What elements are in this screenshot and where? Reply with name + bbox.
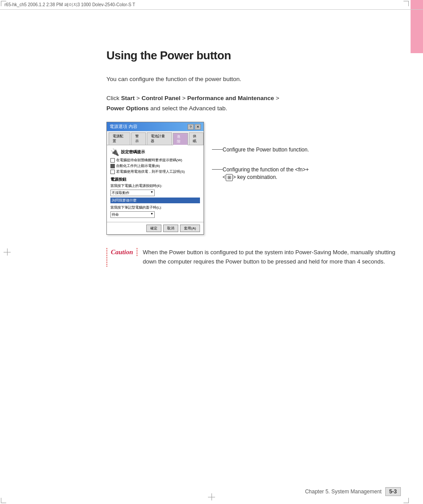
dialog-title: 電源選項 內容: [110, 124, 137, 130]
callout-text-1: Configure the Power button function.: [223, 146, 309, 154]
sep1: >: [135, 95, 141, 101]
perf-maint-link: Performance and Maintenance: [187, 95, 274, 101]
sep3: >: [274, 95, 279, 101]
page-number: 5-3: [385, 487, 401, 496]
dropdown-1[interactable]: 不採取動作 ▼: [110, 190, 155, 196]
group-label-1: 電源按鈕: [110, 177, 200, 182]
dropdown-2[interactable]: 待命 ▼: [110, 211, 155, 218]
dialog-tab-0[interactable]: 電源配置: [109, 132, 130, 145]
caution-label: Caution: [106, 248, 137, 256]
sep2: >: [180, 95, 187, 101]
checkbox-row-1: 在電腦從待命狀態喚醒時要求提示密碼(W): [110, 158, 200, 163]
chapter-label: Chapter 5. System Management: [305, 488, 382, 495]
dialog-tab-2[interactable]: 電池計量器: [147, 132, 172, 145]
cancel-button[interactable]: 取消: [163, 225, 178, 232]
callout-text-2: Configuring the function of the <fn>+<⊞>…: [223, 166, 311, 181]
caution-text: When the Power button is configured to p…: [143, 248, 401, 267]
instruction-text: Click Start > Control Panel > Performanc…: [106, 93, 401, 114]
dialog-footer: 確定 取消 套用(A): [107, 222, 204, 234]
dropdown-2-value: 待命: [112, 212, 119, 217]
caution-section: Caution When the Power button is configu…: [106, 248, 401, 267]
checkbox-3-label: 若電腦使用電池供電，則不管理人工設明(S): [116, 169, 185, 174]
dialog-body: 🔌 設定密碼提示 在電腦從待命狀態喚醒時要求提示密碼(W) 自動化工作列上顯示電…: [107, 145, 204, 222]
control-panel-link: Control Panel: [141, 95, 180, 101]
start-link: Start: [121, 95, 135, 101]
header-text: r65-hk_ch5 2006.1.2 2:38 PM 페이지3 1000 Do…: [4, 2, 135, 8]
dialog-help-btn[interactable]: ?: [188, 124, 194, 130]
page-title: Using the Power button: [106, 49, 401, 62]
page-footer: Chapter 5. System Management 5-3: [305, 487, 401, 496]
subgroup-label-1: 當我按下電腦上的電源按鈕時(E):: [110, 183, 200, 188]
main-content: Using the Power button You can configure…: [106, 13, 401, 477]
dialog-close-btn[interactable]: ✕: [195, 124, 201, 130]
dropdown-row-1: 不採取動作 ▼: [110, 190, 200, 196]
instruction-suffix: and select the Advanced tab.: [149, 105, 227, 112]
dialog-tab-1[interactable]: 警示: [131, 132, 146, 145]
dialog-tabs: 電源配置 警示 電池計量器 進階 休眠: [107, 131, 204, 145]
ok-button[interactable]: 確定: [146, 225, 161, 232]
checkbox-2[interactable]: [110, 164, 115, 168]
checkbox-2-label: 自動化工作列上顯示電量(B): [116, 163, 160, 168]
checkbox-3[interactable]: [110, 170, 115, 174]
dropdown-2-arrow: ▼: [150, 212, 153, 217]
checkbox-1[interactable]: [110, 158, 115, 163]
intro-text: You can configure the function of the po…: [106, 75, 401, 84]
screenshot-area: 電源選項 內容 ? ✕ 電源配置 警示 電池計量器 進階 休眠 🔌 設定密碼提示: [106, 122, 401, 235]
corner-mark-bl: [1, 498, 6, 503]
callout-2: Configuring the function of the <fn>+<⊞>…: [212, 166, 311, 181]
key-icon: ⊞: [226, 174, 233, 181]
header-bar: r65-hk_ch5 2006.1.2 2:38 PM 페이지3 1000 Do…: [0, 0, 423, 10]
dialog-titlebar: 電源選項 內容 ? ✕: [107, 122, 204, 131]
dialog-tab-active[interactable]: 進階: [173, 133, 188, 145]
highlighted-option[interactable]: 詢問我要做什麼: [110, 198, 200, 203]
checkbox-row-2: 自動化工作列上顯示電量(B): [110, 163, 200, 168]
callouts-area: Configure the Power button function. Con…: [212, 122, 311, 181]
crosshair-bottom: [208, 493, 215, 500]
callout-line-1: [212, 149, 223, 150]
dropdown-1-arrow: ▼: [150, 190, 153, 195]
corner-mark-br: [403, 498, 409, 503]
dropdown-1-value: 不採取動作: [112, 190, 129, 195]
dialog-tab-4[interactable]: 休眠: [189, 132, 204, 145]
instruction-prefix: Click: [106, 95, 121, 101]
checkbox-row-3: 若電腦使用電池供電，則不管理人工設明(S): [110, 169, 200, 174]
dialog-section-title: 🔌 設定密碼提示: [110, 148, 200, 156]
subgroup-label-2: 當我按下筆記型電腦的蓋子時(L):: [110, 205, 200, 210]
dialog-box: 電源選項 內容 ? ✕ 電源配置 警示 電池計量器 進階 休眠 🔌 設定密碼提示: [106, 122, 204, 235]
callout-line-2: [212, 169, 223, 170]
power-options-link: Power Options: [106, 105, 149, 112]
callout-1: Configure the Power button function.: [212, 146, 311, 154]
dropdown-row-2: 待命 ▼: [110, 211, 200, 218]
crosshair-left: [4, 248, 11, 256]
dialog-titlebar-controls: ? ✕: [188, 124, 201, 130]
checkbox-1-label: 在電腦從待命狀態喚醒時要求提示密碼(W): [116, 158, 182, 163]
dialog-section-label: 設定密碼提示: [121, 149, 145, 155]
apply-button[interactable]: 套用(A): [180, 225, 200, 232]
